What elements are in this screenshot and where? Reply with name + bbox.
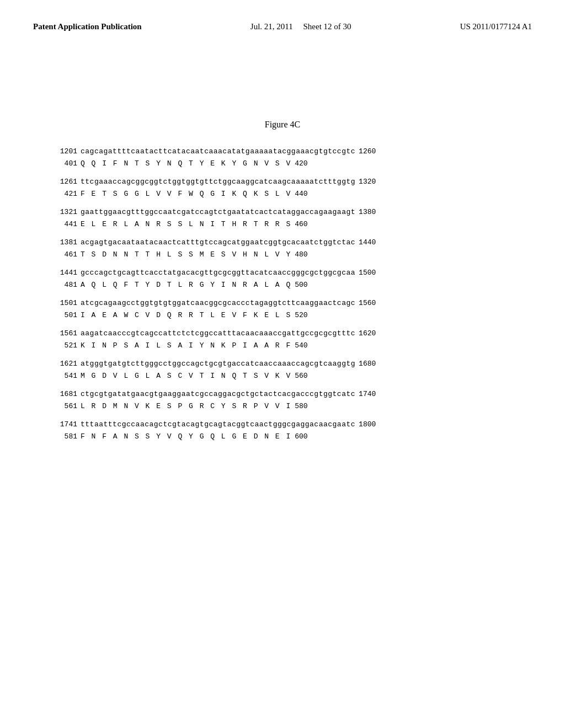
sequence-block: 1201cagcagattttcaatacttcatacaatcaaacatat… — [55, 146, 510, 442]
dna-line: 1441gcccagctgcagttcacctatgacacgttgcgcggt… — [55, 267, 510, 279]
dna-sequence: aagatcaacccgtcagccattctctcggccatttacaaca… — [81, 328, 355, 339]
aa-num-left: 541 — [55, 371, 77, 382]
dna-num-left: 1501 — [55, 298, 77, 309]
aa-num-right: 560 — [295, 371, 307, 382]
aa-sequence: L R D M N V K E S P G R C Y S R P V V I — [81, 401, 291, 412]
aa-num-left: 521 — [55, 340, 77, 351]
dna-line: 1201cagcagattttcaatacttcatacaatcaaacatat… — [55, 146, 510, 157]
aa-sequence: E L E R L A N R S S L N I T H R T R R S — [81, 219, 291, 230]
dna-sequence: gaattggaacgtttggccaatcgatccagtctgaatatca… — [81, 207, 355, 218]
dna-num-right: 1500 — [359, 267, 376, 279]
dna-line: 1621atgggtgatgtcttgggcctggccagctgcgtgacc… — [55, 358, 510, 370]
aa-line: 561L R D M N V K E S P G R C Y S R P V V… — [55, 401, 510, 412]
aa-num-right: 580 — [295, 401, 307, 412]
dna-num-left: 1261 — [55, 176, 77, 188]
sequence-row: 1501atcgcagaagcctggtgtgtggatcaacggcgcacc… — [55, 298, 510, 320]
dna-num-right: 1440 — [359, 237, 376, 248]
aa-num-right: 520 — [295, 310, 307, 321]
aa-num-right: 460 — [295, 219, 307, 230]
aa-line: 481A Q L Q F T Y D T L R G Y I N R A L A… — [55, 280, 510, 291]
aa-num-right: 440 — [295, 189, 307, 200]
aa-num-left: 481 — [55, 280, 77, 291]
aa-num-left: 461 — [55, 249, 77, 260]
aa-sequence: F N F A N S S Y V Q Y G Q L G E D N E I — [81, 431, 291, 442]
dna-line: 1741tttaatttcgccaacagctcgtacagtgcagtacgg… — [55, 419, 510, 430]
dna-sequence: gcccagctgcagttcacctatgacacgttgcgcggttaca… — [81, 267, 355, 279]
aa-line: 521K I N P S A I L S A I Y N K P I A A R… — [55, 340, 510, 351]
dna-num-right: 1740 — [359, 389, 376, 400]
dna-num-right: 1320 — [359, 176, 376, 188]
dna-num-left: 1621 — [55, 358, 77, 370]
sequence-row: 1321gaattggaacgtttggccaatcgatccagtctgaat… — [55, 207, 510, 229]
dna-line: 1681ctgcgtgatatgaacgtgaaggaatcgccaggacgc… — [55, 389, 510, 400]
aa-num-left: 561 — [55, 401, 77, 412]
sequence-row: 1621atgggtgatgtcttgggcctggccagctgcgtgacc… — [55, 358, 510, 381]
aa-line: 581F N F A N S S Y V Q Y G Q L G E D N E… — [55, 431, 510, 442]
aa-sequence: K I N P S A I L S A I Y N K P I A A R F — [81, 340, 291, 351]
dna-sequence: atgggtgatgtcttgggcctggccagctgcgtgaccatca… — [81, 358, 355, 370]
aa-sequence: I A E A W C V D Q R R T L E V F K E L S — [81, 310, 291, 321]
aa-num-right: 500 — [295, 280, 307, 291]
dna-sequence: cagcagattttcaatacttcatacaatcaaacatatgaaa… — [81, 146, 355, 157]
dna-num-right: 1560 — [359, 298, 376, 309]
aa-sequence: T S D N N T T H L S S M E S V H N L V Y — [81, 249, 291, 260]
sequence-row: 1741tttaatttcgccaacagctcgtacagtgcagtacgg… — [55, 419, 510, 442]
page: Patent Application Publication Jul. 21, … — [0, 0, 565, 728]
dna-sequence: ttcgaaaccagcggcggtctggtggtgttctggcaaggca… — [81, 176, 355, 188]
sequence-row: 1261ttcgaaaccagcggcggtctggtggtgttctggcaa… — [55, 176, 510, 199]
aa-line: 421F E T S G G L V V F W Q G I K Q K S L… — [55, 189, 510, 200]
aa-sequence: F E T S G G L V V F W Q G I K Q K S L V — [81, 189, 291, 200]
aa-num-right: 420 — [295, 158, 307, 169]
aa-num-left: 421 — [55, 189, 77, 200]
dna-num-right: 1620 — [359, 328, 376, 339]
aa-sequence: A Q L Q F T Y D T L R G Y I N R A L A Q — [81, 280, 291, 291]
aa-sequence: M G D V L G L A S C V T I N Q T S V K V — [81, 371, 291, 382]
sequence-row: 1201cagcagattttcaatacttcatacaatcaaacatat… — [55, 146, 510, 169]
aa-line: 501I A E A W C V D Q R R T L E V F K E L… — [55, 310, 510, 321]
dna-sequence: ctgcgtgatatgaacgtgaaggaatcgccaggacgctgct… — [81, 389, 355, 400]
sequence-row: 1561aagatcaacccgtcagccattctctcggccatttac… — [55, 328, 510, 351]
aa-num-right: 540 — [295, 340, 307, 351]
aa-line: 541M G D V L G L A S C V T I N Q T S V K… — [55, 371, 510, 382]
page-header: Patent Application Publication Jul. 21, … — [33, 22, 532, 31]
sequence-row: 1681ctgcgtgatatgaacgtgaaggaatcgccaggacgc… — [55, 389, 510, 411]
dna-sequence: tttaatttcgccaacagctcgtacagtgcagtacggtcaa… — [81, 419, 355, 430]
aa-num-left: 501 — [55, 310, 77, 321]
dna-num-right: 1380 — [359, 207, 376, 218]
dna-num-left: 1201 — [55, 146, 77, 157]
dna-sequence: atcgcagaagcctggtgtgtggatcaacggcgcaccctag… — [81, 298, 355, 309]
aa-num-left: 581 — [55, 431, 77, 442]
dna-line: 1381acgagtgacaataatacaactcatttgtccagcatg… — [55, 237, 510, 248]
dna-num-left: 1321 — [55, 207, 77, 218]
dna-num-left: 1741 — [55, 419, 77, 430]
dna-num-right: 1800 — [359, 419, 376, 430]
publication-date: Jul. 21, 2011 Sheet 12 of 30 — [250, 22, 351, 31]
dna-num-left: 1561 — [55, 328, 77, 339]
sheet-text: Sheet 12 of 30 — [303, 22, 351, 31]
figure-title: Figure 4C — [33, 120, 532, 130]
dna-num-right: 1680 — [359, 358, 376, 370]
publication-label: Patent Application Publication — [33, 22, 142, 31]
publication-number: US 2011/0177124 A1 — [460, 22, 532, 31]
date-text: Jul. 21, 2011 — [250, 22, 293, 31]
dna-num-left: 1441 — [55, 267, 77, 279]
aa-line: 401Q Q I F N T S Y N Q T Y E K Y G N V S… — [55, 158, 510, 169]
dna-num-left: 1681 — [55, 389, 77, 400]
aa-num-right: 480 — [295, 249, 307, 260]
aa-line: 461T S D N N T T H L S S M E S V H N L V… — [55, 249, 510, 260]
dna-line: 1321gaattggaacgtttggccaatcgatccagtctgaat… — [55, 207, 510, 218]
dna-num-left: 1381 — [55, 237, 77, 248]
aa-sequence: Q Q I F N T S Y N Q T Y E K Y G N V S V — [81, 158, 291, 169]
dna-line: 1501atcgcagaagcctggtgtgtggatcaacggcgcacc… — [55, 298, 510, 309]
dna-line: 1261ttcgaaaccagcggcggtctggtggtgttctggcaa… — [55, 176, 510, 188]
dna-num-right: 1260 — [359, 146, 376, 157]
aa-num-right: 600 — [295, 431, 307, 442]
sequence-row: 1441gcccagctgcagttcacctatgacacgttgcgcggt… — [55, 267, 510, 290]
aa-num-left: 401 — [55, 158, 77, 169]
dna-line: 1561aagatcaacccgtcagccattctctcggccatttac… — [55, 328, 510, 339]
dna-sequence: acgagtgacaataatacaactcatttgtccagcatggaat… — [81, 237, 355, 248]
aa-num-left: 441 — [55, 219, 77, 230]
sequence-row: 1381acgagtgacaataatacaactcatttgtccagcatg… — [55, 237, 510, 260]
aa-line: 441E L E R L A N R S S L N I T H R T R R… — [55, 219, 510, 230]
